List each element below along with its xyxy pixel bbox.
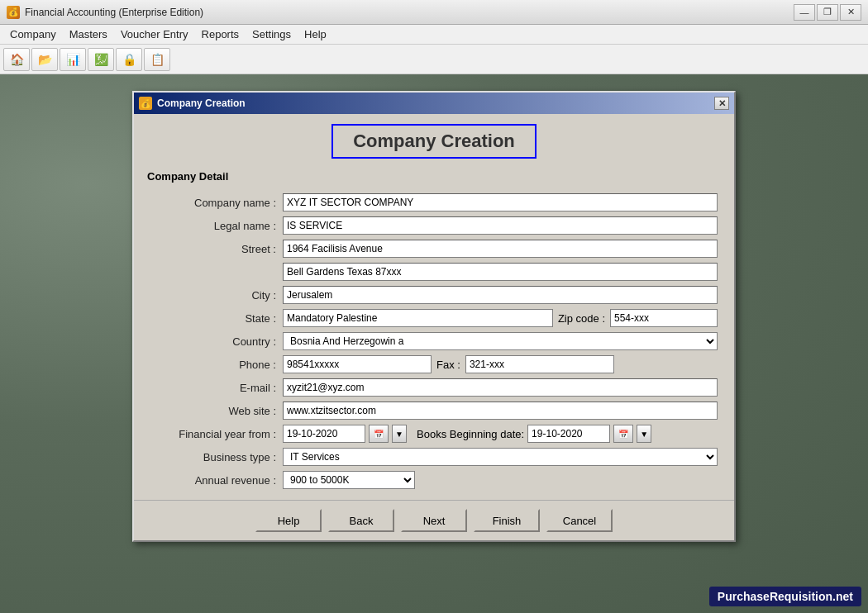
city-label: City :: [147, 283, 279, 306]
menu-company[interactable]: Company: [3, 25, 63, 44]
website-row: Web site :: [147, 399, 721, 422]
minimize-button[interactable]: —: [794, 4, 815, 21]
city-input[interactable]: [283, 286, 718, 304]
company-name-row: Company name :: [147, 191, 721, 214]
dialog-title: Company Creation: [157, 97, 246, 109]
street-label2: [147, 260, 279, 283]
menu-bar: Company Masters Voucher Entry Reports Se…: [0, 25, 868, 45]
phone-fax-cell: Fax :: [279, 353, 721, 376]
website-cell: [279, 399, 721, 422]
legal-name-label: Legal name :: [147, 214, 279, 237]
form-heading-text: Company Creation: [331, 124, 537, 159]
state-input[interactable]: [283, 309, 553, 327]
form-table: Company name : Legal name : Street :: [147, 191, 721, 492]
menu-voucher-entry[interactable]: Voucher Entry: [114, 25, 195, 44]
company-creation-dialog: 💰 Company Creation ✕ Company Creation Co…: [132, 91, 736, 542]
fy-from-label: Financial year from :: [147, 422, 279, 445]
fy-row: Financial year from : 📅 ▼ Books Beginnin…: [147, 422, 721, 445]
finish-button[interactable]: Finish: [474, 509, 540, 532]
dialog-title-bar: 💰 Company Creation ✕: [134, 93, 734, 114]
toolbar: 🏠 📂 📊 💹 🔒 📋: [0, 45, 868, 74]
annual-revenue-cell: 900 to 5000K: [279, 468, 721, 492]
menu-help[interactable]: Help: [298, 25, 333, 44]
bbd-input[interactable]: [527, 425, 610, 443]
company-name-label: Company name :: [147, 191, 279, 214]
watermark: PurchaseRequisition.net: [709, 587, 861, 606]
zip-label: Zip code :: [558, 312, 605, 325]
city-row: City :: [147, 283, 721, 306]
legal-name-row: Legal name :: [147, 214, 721, 237]
state-zip-cell: Zip code :: [279, 306, 721, 330]
next-button[interactable]: Next: [401, 509, 467, 532]
country-cell: Bosnia And Herzegowin a: [279, 330, 721, 353]
business-type-label: Business type :: [147, 445, 279, 468]
form-heading: Company Creation: [147, 124, 721, 159]
toolbar-folder-button[interactable]: 📂: [31, 48, 58, 71]
bbd-dropdown-button[interactable]: ▼: [637, 425, 651, 443]
main-area: 💰 Company Creation ✕ Company Creation Co…: [0, 74, 868, 613]
annual-revenue-row: Annual revenue : 900 to 5000K: [147, 468, 721, 492]
email-label: E-mail :: [147, 376, 279, 399]
street-row1: Street :: [147, 237, 721, 260]
business-type-select[interactable]: IT Services: [283, 448, 718, 466]
business-type-row: Business type : IT Services: [147, 445, 721, 468]
app-close-button[interactable]: ✕: [840, 4, 861, 21]
website-label: Web site :: [147, 399, 279, 422]
annual-revenue-label: Annual revenue :: [147, 468, 279, 492]
app-title: Financial Accounting (Enterprise Edition…: [25, 7, 203, 18]
menu-reports[interactable]: Reports: [195, 25, 246, 44]
title-bar-left: 💰 Financial Accounting (Enterprise Editi…: [7, 6, 203, 19]
section-label: Company Detail: [147, 170, 721, 183]
toolbar-lock-button[interactable]: 🔒: [116, 48, 142, 71]
street-row2: [147, 260, 721, 283]
business-type-cell: IT Services: [279, 445, 721, 468]
website-input[interactable]: [283, 402, 718, 420]
phone-label: Phone :: [147, 353, 279, 376]
toolbar-clipboard-button[interactable]: 📋: [144, 48, 170, 71]
toolbar-home-button[interactable]: 🏠: [3, 48, 30, 71]
dialog-title-left: 💰 Company Creation: [139, 97, 246, 110]
phone-input[interactable]: [283, 355, 432, 373]
dialog-body: Company Creation Company Detail Company …: [134, 114, 734, 500]
back-button[interactable]: Back: [328, 509, 394, 532]
cancel-button[interactable]: Cancel: [546, 509, 613, 532]
country-select[interactable]: Bosnia And Herzegowin a: [283, 332, 718, 350]
zip-input[interactable]: [610, 309, 718, 327]
company-name-input[interactable]: [283, 193, 718, 211]
street-line2-input[interactable]: [283, 263, 718, 281]
street-line1-input[interactable]: [283, 240, 718, 258]
toolbar-finance-button[interactable]: 💹: [88, 48, 114, 71]
state-zip-row: State : Zip code :: [147, 306, 721, 330]
title-bar: 💰 Financial Accounting (Enterprise Editi…: [0, 0, 868, 25]
fax-input[interactable]: [465, 355, 614, 373]
legal-name-input[interactable]: [283, 216, 718, 235]
bbd-label: Books Beginning date:: [417, 428, 524, 440]
country-row: Country : Bosnia And Herzegowin a: [147, 330, 721, 353]
fy-calendar-button[interactable]: 📅: [369, 425, 389, 443]
app-icon: 💰: [7, 6, 20, 19]
email-input[interactable]: [283, 378, 718, 397]
country-label: Country :: [147, 330, 279, 353]
street-label: Street :: [147, 237, 279, 260]
company-name-cell: [279, 191, 721, 214]
email-row: E-mail :: [147, 376, 721, 399]
phone-fax-row: Phone : Fax :: [147, 353, 721, 376]
dialog-close-button[interactable]: ✕: [714, 97, 729, 110]
state-label: State :: [147, 306, 279, 330]
maximize-button[interactable]: ❐: [817, 4, 838, 21]
street-line2-cell: [279, 260, 721, 283]
fy-dropdown-button[interactable]: ▼: [392, 425, 407, 443]
fy-from-input[interactable]: [283, 425, 365, 443]
toolbar-chart-button[interactable]: 📊: [60, 48, 86, 71]
annual-revenue-select[interactable]: 900 to 5000K: [283, 471, 415, 489]
menu-settings[interactable]: Settings: [246, 25, 298, 44]
dialog-icon: 💰: [139, 97, 152, 110]
bbd-calendar-button[interactable]: 📅: [613, 425, 633, 443]
fy-cell: 📅 ▼ Books Beginning date: 📅 ▼: [279, 422, 721, 445]
legal-name-cell: [279, 214, 721, 237]
street-line1-cell: [279, 237, 721, 260]
help-button[interactable]: Help: [255, 509, 322, 532]
menu-masters[interactable]: Masters: [63, 25, 114, 44]
fax-label: Fax :: [436, 359, 460, 371]
email-cell: [279, 376, 721, 399]
